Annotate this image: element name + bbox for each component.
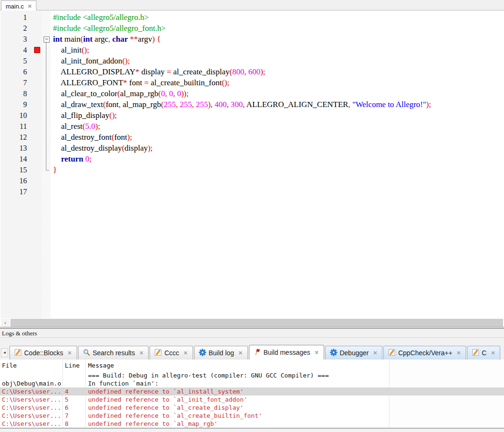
code-line[interactable]: 4 al_init(); [0,45,504,55]
token-op: ); [95,122,100,131]
fold-marker-icon[interactable] [42,164,51,175]
table-row[interactable]: C:\Users\user...4undefined reference to … [0,387,504,396]
log-tab-c[interactable]: C✕ [467,346,500,360]
code-line[interactable]: 3int main(int argc, char **argv) { [0,34,504,45]
code-text: al_init(); [51,45,504,55]
token-num: 0 [161,89,165,98]
log-tab-build-messages[interactable]: Build messages✕ [249,345,324,360]
fold-marker-icon[interactable] [42,77,51,88]
breakpoint-icon[interactable] [34,47,40,53]
breakpoint-margin[interactable] [34,77,42,88]
fold-marker-icon[interactable] [42,153,51,164]
log-tab-build-log[interactable]: Build log✕ [194,346,248,360]
code-line[interactable]: 1#include <allegro5/allegro.h> [0,12,504,23]
editor-tab-main-c[interactable]: main.c ✕ [1,0,36,10]
cell-line: 7 [65,412,85,420]
breakpoint-margin[interactable] [34,175,42,186]
log-tab-debugger[interactable]: Debugger✕ [325,346,383,360]
breakpoint-margin[interactable] [34,153,42,164]
breakpoint-margin[interactable] [34,164,42,175]
code-line[interactable]: 7 ALLEGRO_FONT* font = al_create_builtin… [0,77,504,88]
close-icon[interactable]: ✕ [238,350,242,356]
log-tab-cppcheck-vera[interactable]: CppCheck/Vera++✕ [383,346,466,360]
token-id: al_map_rgb [121,100,161,109]
scroll-left-arrow-icon[interactable]: ‹ [1,319,9,327]
table-row[interactable]: C:\Users\user...5undefined reference to … [0,396,504,404]
code-line[interactable]: 16 [0,175,504,186]
breakpoint-margin[interactable] [34,66,42,77]
token-id: ALLEGRO_DISPLAY [61,67,135,76]
code-line[interactable]: 17 [0,186,504,197]
fold-marker-icon[interactable] [42,66,51,77]
log-tab-code-blocks[interactable]: Code::Blocks✕ [9,346,77,360]
token-id: al_create_builtin_font [149,78,221,87]
breakpoint-margin[interactable] [34,55,42,66]
close-icon[interactable]: ✕ [491,350,495,356]
breakpoint-margin[interactable] [34,110,42,121]
code-line[interactable]: 12 al_destroy_font(font); [0,132,504,143]
fold-marker-icon[interactable] [42,132,51,143]
fold-marker-icon[interactable] [42,121,51,132]
close-icon[interactable]: ✕ [27,3,32,9]
token-num: 5.0 [85,122,95,131]
code-line[interactable]: 15} [0,164,504,175]
token-num: 800 [232,67,245,76]
gear-icon [330,349,337,358]
code-line[interactable]: 5 al_init_font_addon(); [0,55,504,66]
breakpoint-margin[interactable] [34,143,42,153]
code-text: } [51,164,504,175]
code-line[interactable]: 13 al_destroy_display(display); [0,143,504,153]
log-tab-search-results[interactable]: Search results✕ [78,346,149,360]
pencil-icon [154,349,162,358]
tabs-scroll-left-icon[interactable]: ◄ [1,348,8,357]
close-icon[interactable]: ✕ [184,350,188,356]
fold-marker-icon[interactable] [42,88,51,99]
code-line[interactable]: 2#include <allegro5/allegro_font.h> [0,23,504,34]
line-number: 4 [0,45,34,55]
breakpoint-margin[interactable] [34,12,42,23]
breakpoint-margin[interactable] [34,88,42,99]
fold-marker-icon[interactable] [42,55,51,66]
editor-hscrollbar[interactable]: ‹ [0,318,504,327]
code-editor[interactable]: 1#include <allegro5/allegro.h>2#include … [0,10,504,318]
fold-marker-icon[interactable] [42,143,51,153]
code-line[interactable]: 6 ALLEGRO_DISPLAY* display = al_create_d… [0,66,504,77]
fold-margin-cell [42,186,51,197]
breakpoint-margin[interactable] [34,45,42,55]
code-line[interactable]: 9 al_draw_text(font, al_map_rgb(255, 255… [0,99,504,110]
breakpoint-margin[interactable] [34,132,42,143]
breakpoint-margin[interactable] [34,23,42,34]
breakpoint-margin[interactable] [34,186,42,197]
table-row[interactable]: obj\Debug\main.oIn function `main': [0,379,504,387]
code-text: al_flip_display(); [51,110,504,121]
fold-marker-icon[interactable] [42,45,51,55]
close-icon[interactable]: ✕ [457,350,461,356]
breakpoint-margin[interactable] [34,99,42,110]
line-number: 16 [0,175,34,186]
hscrollbar-track[interactable] [10,319,503,327]
close-icon[interactable]: ✕ [373,350,377,356]
close-icon[interactable]: ✕ [315,350,319,356]
close-icon[interactable]: ✕ [139,350,143,356]
table-row[interactable]: C:\Users\user...7undefined reference to … [0,412,504,420]
log-tab-label: C [482,349,486,357]
log-tab-cccc[interactable]: Cccc✕ [150,346,193,360]
cell-message: undefined reference to `al_create_displa… [88,404,502,412]
close-icon[interactable]: ✕ [67,350,71,356]
code-text: #include <allegro5/allegro.h> [51,12,504,23]
code-line[interactable]: 14 return 0; [0,153,504,164]
breakpoint-margin[interactable] [34,34,42,45]
line-number: 9 [0,99,34,110]
table-row[interactable]: C:\Users\user...8undefined reference to … [0,420,504,428]
fold-marker-icon[interactable] [42,34,51,45]
table-row[interactable]: C:\Users\user...6undefined reference to … [0,404,504,412]
code-line[interactable]: 11 al_rest(5.0); [0,121,504,132]
code-line[interactable]: 10 al_flip_display(); [0,110,504,121]
breakpoint-margin[interactable] [34,121,42,132]
token-op: * [123,78,127,87]
table-row[interactable]: === Build: Debug in allegro-test (compil… [0,371,504,379]
status-strip [0,428,504,432]
code-line[interactable]: 8 al_clear_to_color(al_map_rgb(0, 0, 0))… [0,88,504,99]
fold-marker-icon[interactable] [42,110,51,121]
fold-marker-icon[interactable] [42,99,51,110]
